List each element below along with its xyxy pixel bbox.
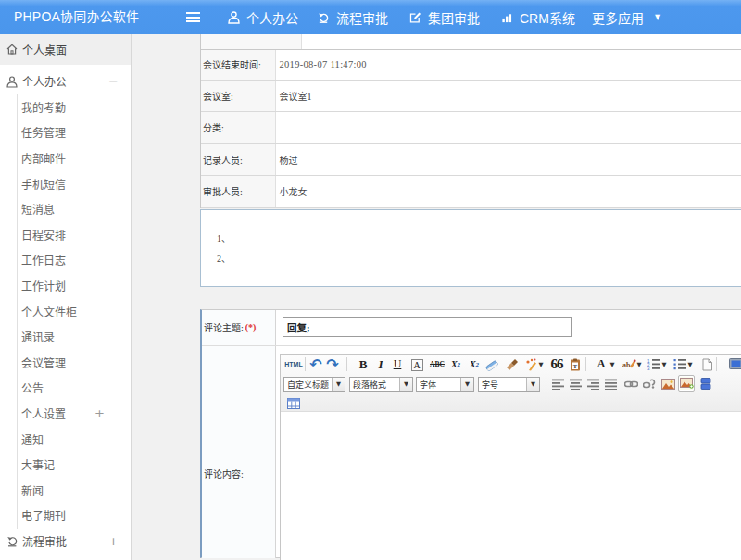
insert-table-icon[interactable] bbox=[286, 396, 301, 411]
nav-more-apps[interactable]: 更多应用 ▼ bbox=[592, 0, 660, 34]
bold-button[interactable]: B bbox=[356, 357, 370, 372]
user-icon bbox=[228, 11, 240, 24]
sidebar-item-新闻[interactable]: 新闻 bbox=[0, 478, 131, 504]
sidebar-item-日程安排[interactable]: 日程安排 bbox=[0, 222, 131, 248]
nav-label: 更多应用 bbox=[592, 8, 644, 27]
insert-link-icon[interactable] bbox=[623, 377, 638, 392]
sidebar-item-手机短信[interactable]: 手机短信 bbox=[0, 170, 131, 196]
paste-icon[interactable]: T bbox=[568, 357, 583, 372]
expand-icon[interactable]: + bbox=[94, 406, 105, 420]
undo-button[interactable]: ↶ bbox=[308, 357, 323, 372]
meeting-detail-table: 会议结束时间: 2019-08-07 11:47:00 会议室: 会议室1 分类… bbox=[200, 34, 741, 208]
sidebar-item-个人文件柜[interactable]: 个人文件柜 bbox=[0, 298, 131, 324]
superscript-button[interactable]: X2 bbox=[448, 357, 463, 372]
row-value bbox=[276, 112, 741, 143]
flow-icon bbox=[318, 11, 330, 24]
row-value: 2019-08-07 11:47:00 bbox=[276, 50, 741, 81]
editor-content-area[interactable] bbox=[281, 412, 741, 560]
rich-text-editor: HTML ↶ ↷ B I U A ABC X2 X2 bbox=[280, 354, 741, 560]
home-icon bbox=[6, 44, 18, 55]
justify-icon[interactable] bbox=[603, 377, 618, 392]
chevron-down-icon[interactable]: ▼ bbox=[634, 357, 644, 372]
table-row: 分类: bbox=[201, 112, 741, 144]
heading-select[interactable]: 自定义标题 ▼ bbox=[283, 377, 345, 392]
sidebar-item-公告[interactable]: 公告 bbox=[0, 375, 131, 401]
blockquote-button[interactable]: 66 bbox=[549, 357, 564, 372]
chevron-down-icon: ▼ bbox=[460, 378, 473, 391]
table-row bbox=[201, 34, 741, 50]
sidebar-item-内部邮件[interactable]: 内部邮件 bbox=[0, 145, 131, 171]
font-style-button[interactable]: A bbox=[409, 357, 424, 372]
row-value: 杨过 bbox=[276, 144, 741, 176]
sidebar-item-大事记[interactable]: 大事记 bbox=[0, 452, 131, 478]
comment-subject-label: 评论主题: (*) bbox=[202, 310, 276, 345]
sidebar-item-会议管理[interactable]: 会议管理 bbox=[0, 350, 131, 376]
sidebar-item-我的考勤[interactable]: 我的考勤 bbox=[0, 94, 131, 120]
insert-image-icon[interactable] bbox=[660, 377, 675, 392]
row-label bbox=[201, 34, 302, 49]
comment-subject-row: 评论主题: (*) 回复; bbox=[202, 310, 741, 346]
format-brush-icon[interactable] bbox=[505, 357, 520, 372]
fullscreen-icon[interactable] bbox=[728, 357, 741, 372]
row-value: 小龙女 bbox=[276, 176, 741, 207]
sidebar-item-工作日志[interactable]: 工作日志 bbox=[0, 247, 131, 273]
sidebar-item-短消息[interactable]: 短消息 bbox=[0, 196, 131, 222]
strikethrough-button[interactable]: ABC bbox=[430, 357, 445, 372]
row-value bbox=[302, 34, 741, 49]
underline-button[interactable]: U bbox=[390, 357, 405, 372]
nav-label: 集团审批 bbox=[428, 8, 480, 27]
eraser-icon[interactable] bbox=[484, 357, 499, 372]
sidebar-item-通知[interactable]: 通知 bbox=[0, 426, 131, 452]
chevron-down-icon[interactable]: ▼ bbox=[659, 357, 669, 372]
comment-panel: 评论主题: (*) 回复; 评论内容: HTML ↶ ↷ B bbox=[200, 309, 741, 558]
font-color-button[interactable]: A bbox=[594, 357, 609, 372]
row-label: 分类: bbox=[201, 112, 276, 143]
new-page-icon[interactable] bbox=[699, 357, 714, 372]
submenu-guide-line bbox=[17, 94, 18, 529]
expand-icon[interactable]: + bbox=[108, 534, 119, 548]
row-value: 会议室1 bbox=[276, 81, 741, 111]
chevron-down-icon: ▼ bbox=[332, 378, 345, 391]
sidebar-item-工作计划[interactable]: 工作计划 bbox=[0, 273, 131, 299]
font-family-select[interactable]: 字体 ▼ bbox=[416, 377, 474, 392]
row-label: 记录人员: bbox=[201, 144, 276, 176]
comment-subject-input[interactable]: 回复; bbox=[283, 317, 572, 337]
collapse-icon[interactable]: − bbox=[108, 74, 119, 88]
sidebar-item-个人桌面[interactable]: 个人桌面 bbox=[0, 34, 131, 65]
align-right-icon[interactable] bbox=[585, 377, 600, 392]
align-center-icon[interactable] bbox=[568, 377, 583, 392]
svg-text:T: T bbox=[573, 362, 578, 368]
chevron-down-icon[interactable]: ▼ bbox=[685, 357, 695, 372]
menu-toggle-icon[interactable] bbox=[186, 12, 200, 22]
sidebar-item-任务管理[interactable]: 任务管理 bbox=[0, 119, 131, 145]
chevron-down-icon[interactable]: ▼ bbox=[536, 357, 546, 372]
sidebar-item-个人办公[interactable]: 个人办公 − bbox=[0, 68, 131, 94]
nav-workflow-approval[interactable]: 流程审批 bbox=[318, 0, 388, 34]
nav-group-approval[interactable]: 集团审批 bbox=[409, 0, 480, 34]
sidebar-item-电子期刊[interactable]: 电子期刊 bbox=[0, 503, 131, 529]
note-line: 1、 bbox=[217, 229, 741, 249]
note-line: 2、 bbox=[217, 249, 741, 269]
chevron-down-icon[interactable]: ▼ bbox=[608, 357, 617, 372]
font-size-select[interactable]: 字号 ▼ bbox=[478, 377, 540, 392]
redo-button[interactable]: ↷ bbox=[325, 357, 340, 372]
sidebar-item-通讯录[interactable]: 通讯录 bbox=[0, 324, 131, 350]
multi-image-upload-icon[interactable] bbox=[678, 375, 695, 392]
subscript-button[interactable]: X2 bbox=[467, 357, 482, 372]
nav-crm-system[interactable]: CRM系统 bbox=[501, 0, 575, 34]
align-left-icon[interactable] bbox=[550, 377, 565, 392]
app-logo: PHPOA协同办公软件 bbox=[14, 0, 139, 34]
chevron-down-icon: ▼ bbox=[526, 378, 539, 391]
svg-text:ab: ab bbox=[622, 361, 631, 369]
nav-personal-office[interactable]: 个人办公 bbox=[228, 0, 298, 34]
nav-label: 流程审批 bbox=[336, 8, 388, 27]
source-code-button[interactable]: HTML bbox=[283, 357, 304, 372]
sidebar-item-个人设置[interactable]: 个人设置 + bbox=[0, 401, 131, 427]
italic-button[interactable]: I bbox=[373, 357, 388, 372]
meeting-notes-textarea[interactable]: 1、 2、 bbox=[200, 209, 741, 287]
remove-link-icon[interactable] bbox=[642, 377, 657, 392]
sidebar-item-流程审批[interactable]: 流程审批 + bbox=[0, 529, 131, 554]
insert-media-icon[interactable] bbox=[698, 377, 713, 392]
paragraph-format-select[interactable]: 段落格式 ▼ bbox=[349, 377, 413, 392]
comment-content-label: 评论内容: bbox=[202, 346, 276, 559]
